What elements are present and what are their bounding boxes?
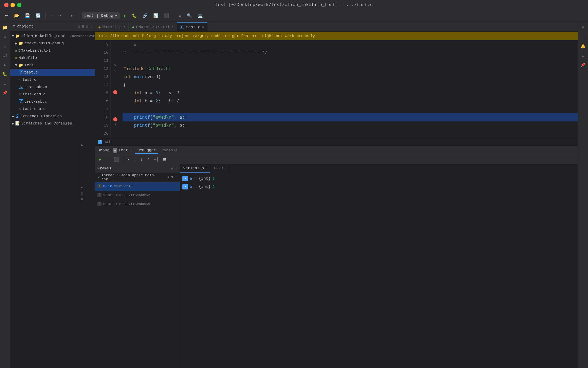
frames-arrow-icon[interactable]: → — [175, 166, 177, 171]
code-content[interactable]: # # ====================================… — [119, 40, 578, 138]
debug-button[interactable]: 🐛 — [130, 12, 139, 19]
tree-item-external-libs[interactable]: ▶ 🗄 External Libraries — [10, 112, 95, 120]
fold-icon-13[interactable]: ▽ — [114, 63, 116, 67]
tree-item-test-add-c[interactable]: 🄲 test-add.c — [10, 83, 95, 91]
tree-item-cmake-build-debug[interactable]: ▶ 📁 cmake-build-debug — [10, 40, 95, 47]
step-into-button[interactable]: ↓ — [132, 156, 138, 162]
tree-item-makefile[interactable]: ◈ Makefile — [10, 54, 95, 62]
lldb-pin-icon[interactable]: → — [224, 166, 226, 170]
right-icon-structure[interactable]: ≡ — [579, 23, 587, 32]
gutter: ▽ { ⬤ ⬤ } — [111, 40, 119, 138]
settings-icon[interactable]: ⚙ — [86, 24, 88, 29]
project-header-actions: ◎ ⊞ ⚙ — — [78, 24, 92, 29]
frame-item-main[interactable]: f main test.c:18 — [95, 182, 180, 191]
tree-item-scratches[interactable]: ▶ 📝 Scratches and Consoles — [10, 120, 95, 127]
warning-banner: This file does not belong to any project… — [95, 32, 578, 40]
coverage-button[interactable]: 📊 — [152, 12, 160, 19]
save-icon[interactable]: 💾 — [23, 12, 32, 19]
frame-item-start-1[interactable]: f start 0x00007ff5cbb83d5 — [95, 191, 180, 200]
debug-session-close[interactable]: × — [129, 148, 132, 153]
frames-settings-icon[interactable]: ⚙ — [171, 166, 173, 171]
right-icon-hierarchy[interactable]: ⊞ — [579, 33, 587, 41]
code-editor[interactable]: 9 10 11 12 13 14 15 16 17 18 19 20 21 22… — [95, 40, 578, 138]
tree-item-root[interactable]: ▼ 📁 clion_makefile_test ~/Desktop/work/t… — [10, 32, 95, 40]
back-icon[interactable]: ← — [49, 13, 55, 19]
window-controls[interactable] — [4, 3, 21, 7]
tree-item-test-c[interactable]: 🄲 test.c — [10, 69, 95, 76]
undo-icon[interactable]: ↩ — [69, 12, 75, 19]
evaluate-button[interactable]: ⊞ — [162, 156, 167, 163]
warning-text: This file does not belong to any project… — [98, 34, 317, 38]
tree-item-test-o[interactable]: ○ test.o — [10, 76, 95, 83]
resume-button[interactable]: ▶ — [97, 156, 103, 163]
tab-close-test-c[interactable]: × — [202, 25, 204, 29]
tab-lldb[interactable]: LLDB → — [211, 164, 229, 173]
tab-test-c[interactable]: 🄲 test.c × — [177, 22, 207, 31]
scroll-down-btn[interactable]: ▼ — [79, 185, 84, 190]
hamburger-menu-icon[interactable]: ☰ — [3, 12, 10, 19]
pause-button[interactable]: ⏸ — [104, 156, 111, 163]
chevron-down-icon[interactable]: ▾ — [115, 13, 117, 18]
debug-tab-console[interactable]: Console — [159, 147, 180, 153]
breakpoint-23[interactable]: ⬤ — [113, 117, 117, 122]
maximize-button[interactable] — [17, 3, 21, 7]
close-button[interactable] — [4, 3, 9, 7]
right-icon-notifications[interactable]: 🔔 — [579, 42, 587, 50]
file-icon: ○ — [19, 92, 21, 97]
force-step-into-button[interactable]: ⇓ — [139, 156, 144, 163]
stop-button[interactable]: ⬛ — [162, 12, 171, 19]
edit-config-icon[interactable]: ✏️ — [177, 12, 183, 19]
sidebar-icon-structure[interactable]: ≡ — [1, 33, 9, 41]
open-file-icon[interactable]: 📂 — [13, 12, 21, 19]
stop-debug-button[interactable]: ⬛ — [113, 156, 121, 163]
var-type-a: = {int} — [194, 176, 211, 181]
sidebar-icon-debug[interactable]: 🐛 — [1, 70, 9, 78]
forward-icon[interactable]: → — [57, 13, 63, 19]
frames-title: Frames — [97, 166, 111, 171]
sync-icon[interactable]: 🔄 — [34, 12, 42, 19]
tab-variables[interactable]: Variables → — [180, 164, 211, 173]
debug-tab-debugger[interactable]: Debugger — [135, 147, 158, 154]
minimize-button[interactable] — [10, 3, 15, 7]
right-icon-settings[interactable]: ⚙ — [579, 51, 587, 60]
scroll-up-btn[interactable]: ▲ — [79, 143, 84, 147]
tree-item-test-add-o[interactable]: ○ test-add.o — [10, 91, 95, 98]
step-out-button[interactable]: ↑ — [146, 156, 151, 162]
run-to-cursor-button[interactable]: →| — [152, 156, 160, 162]
sidebar-icon-run[interactable]: ▶ — [1, 61, 9, 69]
settings-btn[interactable]: ∞ — [79, 197, 84, 202]
code-line-15: int a = 3; a: 3 — [123, 89, 578, 97]
tree-item-cmakelists[interactable]: ▲ CMakeLists.txt — [10, 47, 95, 54]
frame-item-start-2[interactable]: f start 0x00007ff5cbb83d5 — [95, 200, 180, 209]
tree-item-test-sub-o[interactable]: ○ test-sub.o — [10, 105, 95, 112]
sidebar-icon-favorites[interactable]: ☆ — [1, 42, 9, 50]
fold-icon-14[interactable]: { — [114, 68, 116, 72]
tree-item-test-sub-c[interactable]: 🄲 test-sub.c — [10, 98, 95, 105]
sidebar-icon-project[interactable]: 📁 — [1, 23, 9, 32]
variables-pin-icon[interactable]: → — [205, 166, 207, 170]
breakpoint-18[interactable]: ⬤ — [113, 90, 117, 94]
tab-close-makefile[interactable]: × — [123, 25, 125, 29]
run-button[interactable]: ▶ — [122, 12, 128, 19]
search-icon[interactable]: 🔍 — [185, 12, 194, 19]
thread-up-icon[interactable]: ▲ — [167, 175, 169, 180]
fold-icon-24[interactable]: } — [114, 122, 116, 127]
copy-btn[interactable]: ⎘ — [79, 191, 84, 196]
run-configuration[interactable]: test | Debug ▾ — [82, 12, 120, 19]
sidebar-icon-pin[interactable]: 📌 — [1, 89, 9, 97]
add-thread-icon[interactable]: + — [175, 175, 177, 180]
attach-button[interactable]: 🔗 — [141, 12, 149, 19]
step-over-button[interactable]: ↷ — [126, 156, 131, 163]
thread-down-icon[interactable]: ▼ — [171, 175, 173, 180]
tab-makefile[interactable]: ◈ Makefile × — [95, 22, 129, 31]
tab-cmakelists[interactable]: ▲ CMakeLists.txt × — [129, 22, 177, 31]
terminal-icon[interactable]: 💻 — [196, 12, 204, 19]
right-icon-pin[interactable]: 📌 — [579, 61, 587, 69]
locate-icon[interactable]: ◎ — [78, 24, 80, 29]
tab-close-cmakelists[interactable]: × — [172, 25, 174, 29]
close-icon[interactable]: — — [90, 24, 92, 29]
sidebar-icon-settings[interactable]: ⚙ — [1, 79, 9, 87]
sidebar-icon-vcs[interactable]: ⎇ — [1, 51, 9, 60]
collapse-icon[interactable]: ⊞ — [82, 24, 84, 29]
tree-item-test-folder[interactable]: ▼ 📁 test — [10, 62, 95, 69]
